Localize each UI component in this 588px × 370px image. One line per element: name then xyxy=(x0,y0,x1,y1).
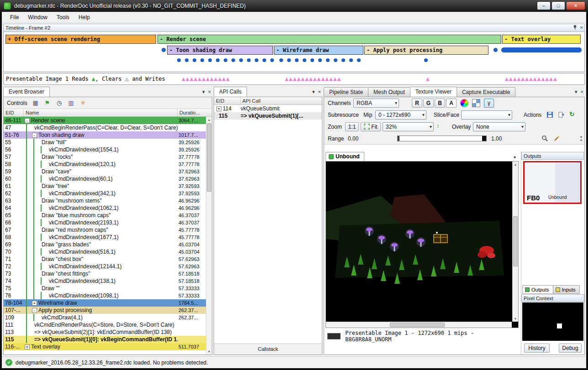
dock-menu-icon[interactable]: ▾ xyxy=(312,89,315,95)
dock-menu-icon[interactable]: ▾ xyxy=(575,89,578,95)
event-browser-header[interactable]: EID Name Duratio... xyxy=(4,109,212,117)
time-durations-icon[interactable]: ◷ xyxy=(55,99,63,107)
api-call-row[interactable]: 115=> vkQueueSubmit(1)[... xyxy=(214,112,322,120)
draw-event-dot[interactable] xyxy=(318,58,322,62)
event-row[interactable]: 60vkCmdDrawIndexed(60,1)37.62963 xyxy=(4,175,206,182)
timeline-marker-bar[interactable]: + Off-screen scene rendering xyxy=(5,35,156,44)
draw-event-dot[interactable] xyxy=(493,48,498,52)
draw-event-dot[interactable] xyxy=(287,58,291,62)
draw-event-dot[interactable] xyxy=(279,58,283,62)
channel-b-button[interactable]: B xyxy=(435,99,445,108)
checkerboard-icon[interactable] xyxy=(472,99,480,107)
write-marker-group[interactable]: ▲▲▲▲▲▲▲▲▲▲▲▲▲▲ xyxy=(285,73,341,84)
texture-viewport[interactable]: ▲ ▼ xyxy=(326,161,519,328)
draw-event-dot[interactable] xyxy=(177,58,181,62)
row-expander[interactable]: + xyxy=(216,106,221,111)
event-row[interactable]: 59Draw "cave"37.62963 xyxy=(4,168,206,175)
row-expander[interactable]: + xyxy=(25,344,30,349)
event-row[interactable]: 46-111-Render scene3064.7... xyxy=(4,117,206,124)
event-row[interactable]: 107-...-Apply post processing262.37... xyxy=(4,307,206,314)
draw-events-pill[interactable] xyxy=(501,47,582,52)
filter-icon[interactable]: ✳ xyxy=(79,99,87,107)
event-row[interactable]: 111vkCmdEndRenderPass(C=Store, D=Store, … xyxy=(4,321,206,328)
title-bar[interactable]: debugmarker.rdc - RenderDoc Unofficial r… xyxy=(0,0,588,12)
scrollbar-thumb[interactable] xyxy=(390,323,445,327)
draw-event-dot[interactable] xyxy=(349,58,353,62)
draw-event-dot[interactable] xyxy=(231,58,235,62)
api-calls-header[interactable]: EID API Call xyxy=(214,97,322,105)
statistics-icon[interactable]: ▥ xyxy=(67,99,75,107)
texture-image[interactable] xyxy=(326,162,512,322)
draw-event-dot[interactable] xyxy=(162,48,166,52)
toolbar-overflow-icon[interactable]: ▾▾ xyxy=(580,135,582,142)
event-row[interactable]: 56vkCmdDrawIndexed(1554,1)39.25926 xyxy=(4,146,206,153)
draw-event-dot[interactable] xyxy=(303,58,306,62)
zoom-1to1-button[interactable]: 1:1 xyxy=(345,122,359,131)
draw-event-dot[interactable] xyxy=(341,58,345,62)
range-slider[interactable] xyxy=(397,135,487,141)
column-api-call[interactable]: API Call xyxy=(241,97,322,104)
flip-y-icon[interactable]: ↕ xyxy=(436,123,439,129)
tab-mesh-output[interactable]: Mesh Output xyxy=(368,87,410,97)
tab-outputs[interactable]: Outputs xyxy=(522,285,553,294)
dock-close-icon[interactable]: × xyxy=(318,89,321,95)
row-expander[interactable]: - xyxy=(25,118,30,123)
event-row[interactable]: 67Draw "red mushroom caps"45.77778 xyxy=(4,226,206,234)
timeline-marker-bar[interactable]: - Apply post processing xyxy=(364,46,488,55)
event-row[interactable]: 57Draw "rocks"37.77778 xyxy=(4,153,206,161)
autofit-wand-icon[interactable] xyxy=(553,135,560,143)
minimize-button[interactable]: – xyxy=(537,1,551,10)
channel-r-button[interactable]: R xyxy=(412,99,422,108)
event-row[interactable]: 51-76-Toon shading draw1017.7... xyxy=(4,131,206,139)
event-row[interactable]: 115=> vkQueueSubmit(1)[0]: vkBeginComman… xyxy=(4,336,206,343)
scroll-down-icon[interactable]: ▼ xyxy=(513,316,518,322)
fb0-thumbnail[interactable]: FB0 Unbound xyxy=(523,161,582,204)
row-expander[interactable]: - xyxy=(32,308,37,313)
goto-event-icon[interactable]: ⚑ xyxy=(43,99,52,107)
event-row[interactable]: 65Draw "blue mushroom caps"46.37037 xyxy=(4,212,206,219)
timeline-marker-bar[interactable]: - Toon shading draw xyxy=(167,46,273,55)
draw-event-dot[interactable] xyxy=(326,58,330,62)
event-row[interactable]: 76vkCmdDrawIndexed(1098,1)57.33333 xyxy=(4,292,206,299)
tab-texture-viewer[interactable]: Texture Viewer xyxy=(410,87,457,97)
column-name[interactable]: Name xyxy=(24,109,178,116)
bookmark-icon[interactable]: ▦ xyxy=(31,99,40,107)
timeline-close-icon[interactable]: × xyxy=(580,25,583,30)
menu-tools[interactable]: Tools xyxy=(52,12,74,22)
dock-menu-icon[interactable]: ▾ xyxy=(202,89,205,95)
column-eid[interactable]: EID xyxy=(4,109,24,116)
event-row[interactable]: 58vkCmdDrawIndexed(120,1)37.77778 xyxy=(4,161,206,168)
event-row[interactable]: 75Draw ""57.33333 xyxy=(4,285,206,292)
draw-event-dot[interactable] xyxy=(193,58,196,62)
draw-event-dot[interactable] xyxy=(239,58,243,62)
event-row[interactable]: 71Draw "chest box"57.62963 xyxy=(4,255,206,263)
mip-select[interactable]: 0 - 1272x690 xyxy=(375,110,426,120)
event-row[interactable]: 113=> vkQueueSubmit(2)[1]: vkEndCommandB… xyxy=(4,328,206,336)
event-row[interactable]: 68vkCmdDrawIndexed(1677,1)45.77778 xyxy=(4,234,206,241)
timeline-marker-bar[interactable]: - Render scene xyxy=(158,35,501,44)
draw-event-dot[interactable] xyxy=(424,58,428,62)
draw-event-dot[interactable] xyxy=(247,58,251,62)
range-handle-min[interactable] xyxy=(398,136,399,141)
draw-event-dot[interactable] xyxy=(255,58,258,62)
fit-button[interactable]: Fit xyxy=(361,122,381,131)
pin-icon[interactable] xyxy=(572,25,578,30)
event-row[interactable]: 64vkCmdDrawIndexed(1062,1)46.96296 xyxy=(4,204,206,212)
event-row[interactable]: 72vkCmdDrawIndexed(12144,1)57.62963 xyxy=(4,263,206,270)
menu-help[interactable]: Help xyxy=(74,12,94,22)
channel-a-button[interactable]: A xyxy=(446,99,457,108)
debug-button[interactable]: Debug xyxy=(559,344,582,353)
channel-g-button[interactable]: G xyxy=(423,99,434,108)
range-handle-max[interactable] xyxy=(482,136,486,141)
maximize-button[interactable]: □ xyxy=(551,1,565,10)
scrollbar-thumb[interactable] xyxy=(513,216,518,266)
draw-event-dot[interactable] xyxy=(295,58,299,62)
tab-pipeline-state[interactable]: Pipeline State xyxy=(324,87,368,97)
dock-close-icon[interactable]: × xyxy=(208,89,211,95)
column-duration[interactable]: Duratio... xyxy=(178,109,212,116)
write-marker-group[interactable]: ▲▲▲▲▲▲▲▲▲▲▲▲ xyxy=(182,73,230,84)
tab-api-calls[interactable]: API Calls xyxy=(214,87,247,97)
callstack-section[interactable]: Callstack xyxy=(214,344,322,354)
draw-event-dot[interactable] xyxy=(262,58,266,62)
event-browser-scrollbar[interactable]: ▲ ▼ xyxy=(206,117,212,354)
